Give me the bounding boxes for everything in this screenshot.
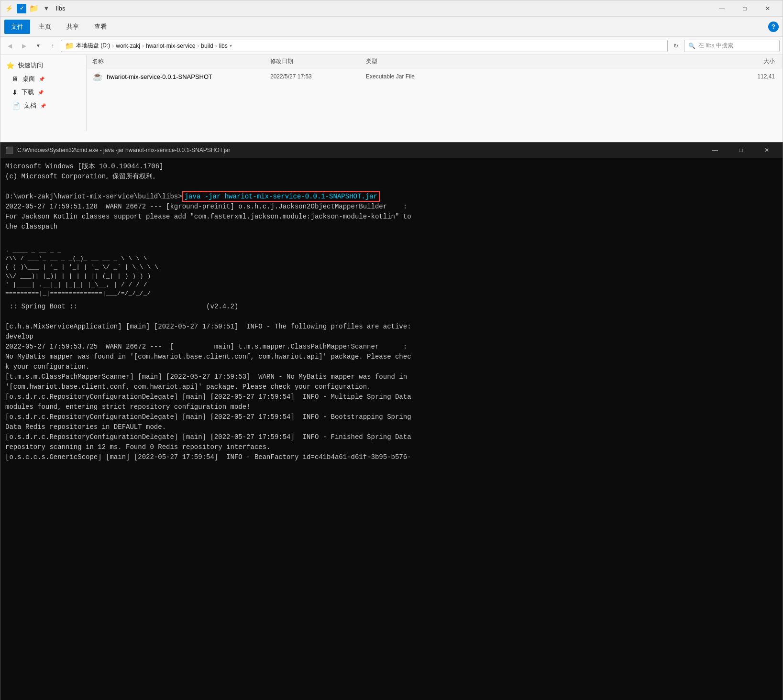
path-sep-1: › — [112, 43, 114, 49]
address-bar: ◀ ▶ ▼ ↑ 📁 本地磁盘 (D:) › work-zakj › hwario… — [0, 37, 783, 55]
search-icon: 🔍 — [688, 43, 695, 49]
cmd-title-bar: ⬛ C:\Windows\System32\cmd.exe - java -ja… — [0, 142, 783, 158]
cmd-warn-line-2: For Jackson Kotlin classes support pleas… — [5, 212, 778, 222]
ribbon-tab-home[interactable]: 主页 — [32, 20, 58, 34]
quick-access-icon: ⚡ — [4, 4, 14, 13]
nav-dropdown-button[interactable]: ▼ — [32, 40, 44, 52]
path-sep-3: › — [197, 43, 199, 49]
cmd-close-button[interactable]: ✕ — [756, 142, 778, 158]
ribbon-tab-file[interactable]: 文件 — [4, 20, 30, 34]
cmd-info-redis-1: [o.s.d.r.c.RepositoryConfigurationDelega… — [5, 412, 778, 422]
path-segment-libs[interactable]: libs — [219, 43, 228, 49]
cmd-info-profiles-2: develop — [5, 332, 778, 342]
cmd-content[interactable]: Microsoft Windows [版本 10.0.19044.1706] (… — [0, 158, 783, 700]
cmd-prompt-line: D:\work-zakj\hwariot-mix-service\build\l… — [5, 192, 778, 202]
cmd-blank-3 — [5, 312, 778, 322]
nav-forward-button[interactable]: ▶ — [18, 40, 30, 52]
ribbon-help-button[interactable]: ? — [768, 22, 779, 32]
cmd-warn-line-1: 2022-05-27 17:59:51.128 WARN 26672 --- [… — [5, 202, 778, 212]
file-size-cell: 112,41 — [462, 73, 781, 80]
path-segment-service[interactable]: hwariot-mix-service — [146, 43, 195, 49]
cmd-title-text: C:\Windows\System32\cmd.exe - java -jar … — [17, 147, 700, 153]
explorer-minimize-button[interactable]: — — [711, 0, 733, 17]
address-right-controls: ↻ 🔍 在 libs 中搜索 — [670, 40, 780, 52]
cmd-maximize-button[interactable]: □ — [730, 142, 752, 158]
cmd-info-scan-2: repository scanning in 12 ms. Found 0 Re… — [5, 442, 778, 452]
explorer-maximize-button[interactable]: □ — [734, 0, 756, 17]
explorer-close-button[interactable]: ✕ — [757, 0, 779, 17]
ribbon-toolbar: 文件 主页 共享 查看 ? — [0, 17, 783, 37]
cmd-info-repo-2: modules found, entering strict repositor… — [5, 402, 778, 412]
path-dropdown-arrow[interactable]: ▾ — [230, 43, 232, 48]
cmd-warn-line-3: the classpath — [5, 222, 778, 232]
table-row[interactable]: ☕ hwariot-mix-service-0.0.1-SNAPSHOT 202… — [87, 68, 783, 85]
spring-art-line-4: \\/ ___)| |_)| | | | | || (_| | ) ) ) ) — [5, 272, 778, 281]
cmd-warn-mybatis-5: '[com.hwariot.base.client.conf, com.hwar… — [5, 382, 778, 392]
nav-up-button[interactable]: ↑ — [46, 40, 59, 52]
path-segment-workzakj[interactable]: work-zakj — [116, 43, 140, 49]
file-name-text: hwariot-mix-service-0.0.1-SNAPSHOT — [107, 73, 212, 80]
folder-icon: 📁 — [29, 4, 39, 13]
cmd-line-blank-1 — [5, 182, 778, 192]
search-placeholder: 在 libs 中搜索 — [698, 42, 733, 50]
save-icon[interactable]: ✓ — [17, 4, 26, 13]
sidebar: ⭐ 快速访问 🖥 桌面 📌 ⬇ 下载 📌 📄 文档 📌 — [0, 55, 87, 131]
cmd-blank-2 — [5, 232, 778, 242]
ribbon-tab-view[interactable]: 查看 — [88, 20, 113, 34]
cmd-line-1: Microsoft Windows [版本 10.0.19044.1706] — [5, 162, 778, 172]
pin-icon-desktop: 📌 — [39, 77, 44, 82]
path-sep-2: › — [142, 43, 144, 49]
quickaccess-icon: ⭐ — [6, 62, 14, 69]
search-box[interactable]: 🔍 在 libs 中搜索 — [684, 40, 780, 52]
nav-back-button[interactable]: ◀ — [3, 40, 16, 52]
address-path[interactable]: 📁 本地磁盘 (D:) › work-zakj › hwariot-mix-se… — [61, 40, 668, 52]
download-label: 下载 — [22, 88, 34, 97]
cmd-warn-mybatis-2: No MyBatis mapper was found in '[com.hwa… — [5, 352, 778, 362]
spring-art-line-6: =========|_|==============|___/=/_/_/_/ — [5, 289, 778, 298]
file-list-area: 名称 修改日期 类型 大小 ☕ hwariot-mix-service-0.0.… — [87, 55, 783, 131]
documents-icon: 📄 — [12, 102, 20, 109]
file-date-cell: 2022/5/27 17:53 — [270, 73, 366, 80]
explorer-title: libs — [56, 5, 711, 12]
quickaccess-label: 快速访问 — [18, 61, 43, 70]
cmd-minimize-button[interactable]: — — [704, 142, 726, 158]
file-area: ⭐ 快速访问 🖥 桌面 📌 ⬇ 下载 📌 📄 文档 📌 — [0, 55, 783, 131]
col-header-date[interactable]: 修改日期 — [270, 57, 366, 66]
cmd-app-icon: ⬛ — [5, 146, 13, 154]
col-header-size[interactable]: 大小 — [462, 57, 781, 66]
download-icon: ⬇ — [12, 88, 18, 96]
ribbon-tab-share[interactable]: 共享 — [60, 20, 86, 34]
explorer-window: ⚡ ✓ 📁 ▼ libs — □ ✕ 文件 主页 共享 查看 ? ◀ ▶ ▼ ↑… — [0, 0, 783, 146]
path-sep-4: › — [215, 43, 217, 49]
cmd-info-redis-2: Data Redis repositories in DEFAULT mode. — [5, 422, 778, 432]
sidebar-item-documents[interactable]: 📄 文档 📌 — [0, 99, 86, 112]
path-segment-build[interactable]: build — [201, 43, 213, 49]
file-name-cell: ☕ hwariot-mix-service-0.0.1-SNAPSHOT — [88, 71, 270, 82]
refresh-button[interactable]: ↻ — [670, 40, 682, 52]
jar-file-icon: ☕ — [92, 71, 103, 82]
cmd-info-repo-1: [o.s.d.r.c.RepositoryConfigurationDelega… — [5, 392, 778, 402]
col-header-type[interactable]: 类型 — [366, 57, 462, 66]
cmd-warn-mybatis-1: 2022-05-27 17:59:53.725 WARN 26672 --- [… — [5, 342, 778, 352]
desktop-label: 桌面 — [22, 75, 35, 83]
desktop-icon: 🖥 — [12, 75, 19, 83]
cmd-info-scan-1: [o.s.d.r.c.RepositoryConfigurationDelega… — [5, 432, 778, 442]
cmd-info-bean-1: [o.s.c.c.s.GenericScope] [main] [2022-05… — [5, 452, 778, 462]
spring-art-line-2: /\\ / ___'_ __ _ _(_)_ __ __ _ \ \ \ \ — [5, 254, 778, 263]
cmd-info-profiles-1: [c.h.a.MixServiceApplication] [main] [20… — [5, 322, 778, 332]
spring-art-line-1: . ____ _ __ _ _ — [5, 246, 778, 254]
cmd-window: ⬛ C:\Windows\System32\cmd.exe - java -ja… — [0, 142, 783, 700]
cmd-command-highlighted: java -jar hwariot-mix-service-0.0.1-SNAP… — [182, 191, 380, 202]
explorer-title-bar: ⚡ ✓ 📁 ▼ libs — □ ✕ — [0, 0, 783, 17]
col-header-name[interactable]: 名称 — [88, 57, 270, 66]
sidebar-item-download[interactable]: ⬇ 下载 📌 — [0, 86, 86, 99]
cmd-warn-mybatis-3: k your configuration. — [5, 362, 778, 372]
column-headers: 名称 修改日期 类型 大小 — [87, 55, 783, 68]
sidebar-item-desktop[interactable]: 🖥 桌面 📌 — [0, 72, 86, 86]
dropdown-arrow-icon[interactable]: ▼ — [42, 4, 51, 13]
pin-icon-documents: 📌 — [40, 103, 46, 109]
path-segment-drive[interactable]: 本地磁盘 (D:) — [76, 42, 110, 50]
spring-boot-art: . ____ _ __ _ _ /\\ / ___'_ __ _ _(_)_ _… — [5, 246, 778, 298]
documents-label: 文档 — [24, 101, 36, 110]
sidebar-item-quickaccess[interactable]: ⭐ 快速访问 — [0, 59, 86, 72]
